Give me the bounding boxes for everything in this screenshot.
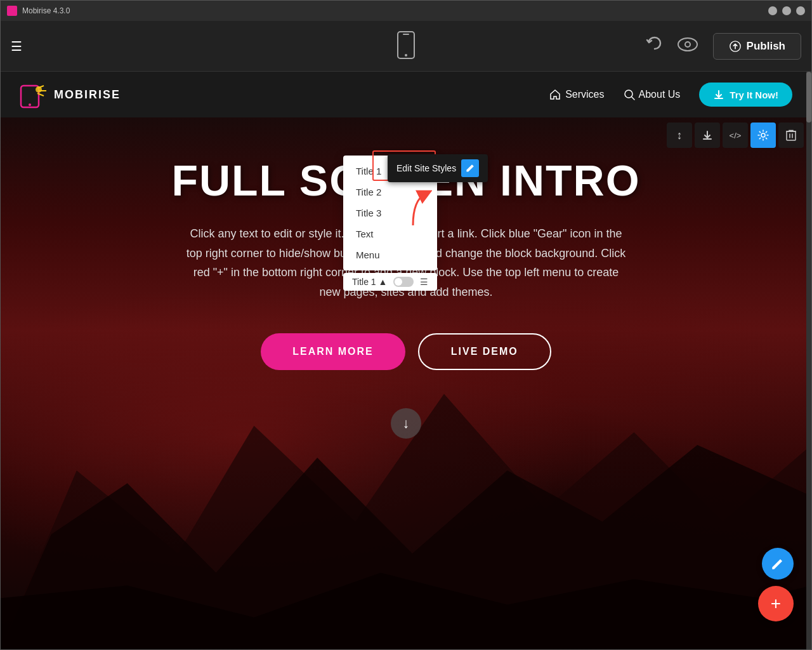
- site-nav: MOBIRISE Services About Us: [1, 72, 811, 117]
- hamburger-button[interactable]: ☰: [11, 39, 22, 54]
- live-demo-button[interactable]: LIVE DEMO: [418, 333, 551, 370]
- window-controls: — □ ✕: [768, 6, 805, 15]
- scroll-down-button[interactable]: ↓: [391, 408, 421, 439]
- hero-buttons: LEARN MORE LIVE DEMO: [261, 333, 551, 370]
- window-chrome: Mobirise 4.3.0 — □ ✕ ☰: [0, 0, 812, 650]
- dropdown-item-title2[interactable]: Title 2: [343, 182, 437, 202]
- svg-point-1: [405, 54, 407, 56]
- main-area: MOBIRISE Services About Us: [1, 72, 811, 649]
- publish-label: Publish: [747, 40, 785, 53]
- logo-text: MOBIRISE: [54, 88, 121, 102]
- toggle-thumb: [395, 278, 402, 286]
- maximize-button[interactable]: □: [782, 6, 791, 15]
- search-icon: [624, 89, 635, 100]
- minimize-button[interactable]: —: [768, 6, 777, 15]
- phone-icon: [396, 31, 416, 59]
- title1-bar: Title 1 ▲ ☰: [343, 273, 437, 291]
- fab-add-icon: +: [771, 595, 781, 613]
- scrollbar-thumb[interactable]: [806, 72, 811, 123]
- hamburger-mini-icon[interactable]: ☰: [420, 277, 428, 287]
- dropdown-item-text[interactable]: Text: [343, 223, 437, 244]
- title1-bar-label: Title 1 ▲: [352, 277, 387, 287]
- scrollbar-track[interactable]: [806, 72, 811, 649]
- svg-point-3: [678, 38, 697, 51]
- app-toolbar: ☰: [1, 21, 811, 72]
- svg-point-7: [29, 103, 31, 106]
- app-icon: [7, 6, 17, 16]
- fab-add-button[interactable]: +: [758, 586, 794, 621]
- logo-icon: [20, 81, 48, 109]
- code-block-button[interactable]: </>: [723, 123, 748, 148]
- svg-point-12: [625, 90, 632, 98]
- svg-line-13: [632, 97, 634, 100]
- fab-edit-button[interactable]: [762, 548, 794, 580]
- scroll-down-icon: ↓: [403, 415, 410, 432]
- svg-point-19: [761, 133, 765, 137]
- title1-toggle[interactable]: [393, 277, 414, 287]
- close-button[interactable]: ✕: [796, 6, 805, 15]
- svg-point-11: [36, 86, 42, 93]
- try-it-now-button[interactable]: Try It Now!: [699, 83, 792, 107]
- preview-button[interactable]: [678, 37, 698, 55]
- nav-link-services[interactable]: Services: [549, 88, 604, 101]
- site-logo: MOBIRISE: [20, 81, 121, 109]
- undo-button[interactable]: [645, 36, 662, 57]
- edit-styles-pen-button[interactable]: [461, 159, 479, 177]
- edit-styles-popup: Edit Site Styles: [388, 154, 488, 182]
- try-btn-label: Try It Now!: [730, 90, 778, 100]
- window-title: Mobirise 4.3.0: [22, 6, 768, 15]
- toolbar-right: Publish: [645, 33, 801, 60]
- download-icon: [713, 89, 724, 100]
- title-bar: Mobirise 4.3.0 — □ ✕: [1, 1, 811, 21]
- delete-block-button[interactable]: [778, 123, 804, 148]
- edit-styles-label: Edit Site Styles: [396, 163, 456, 173]
- settings-block-button[interactable]: [750, 123, 776, 148]
- svg-point-4: [685, 42, 690, 47]
- svg-rect-20: [787, 131, 796, 140]
- move-block-button[interactable]: ↕: [667, 123, 692, 148]
- dropdown-item-title3[interactable]: Title 3: [343, 202, 437, 223]
- device-icon-area: [396, 31, 416, 62]
- nav-links: Services About Us Try It Now!: [549, 83, 792, 107]
- publish-button[interactable]: Publish: [713, 33, 801, 60]
- svg-rect-2: [403, 34, 409, 35]
- dropdown-item-menu[interactable]: Menu: [343, 244, 437, 265]
- home-icon: [549, 88, 561, 101]
- save-block-button[interactable]: [695, 123, 720, 148]
- nav-link-about[interactable]: About Us: [624, 89, 681, 100]
- learn-more-button[interactable]: LEARN MORE: [261, 333, 405, 370]
- block-controls: ↕ </>: [667, 123, 804, 148]
- hero-section: ↕ </>: [1, 117, 811, 649]
